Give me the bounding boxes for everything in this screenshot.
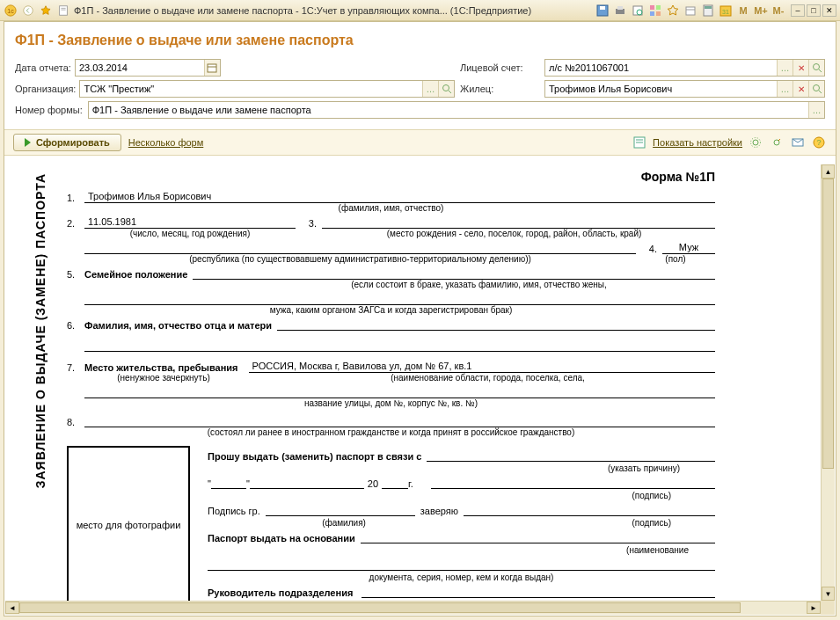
row3-birthplace [322,216,715,229]
window-title: Ф1П - Заявление о выдаче или замене пасп… [74,5,595,16]
row5-value2 [84,293,715,305]
show-settings-link[interactable]: Показать настройки [653,137,742,148]
svg-line-29 [819,91,822,93]
svg-point-2 [24,5,33,15]
filter-form: Дата отчета: Лицевой счет: … ✕ Организац… [4,55,836,129]
row7-value2 [84,386,715,398]
row5-value [193,267,715,280]
back-icon[interactable] [21,4,35,18]
svg-rect-16 [686,7,695,15]
org-input[interactable] [80,82,422,96]
svg-point-24 [813,64,819,70]
tenant-input[interactable] [545,82,777,96]
fam-hint: (фамилия) [269,518,419,528]
row4-sex: Муж [662,242,715,254]
date-month [250,477,364,489]
form-number: Форма №1П [23,170,803,184]
photo-placeholder: место для фотографии [67,446,190,601]
row2-hint: (число, месяц, год рождения) [67,229,313,238]
main-frame: Ф1П - Заявление о выдаче или замене пасп… [4,21,836,616]
page-title: Ф1П - Заявление о выдаче или замене пасп… [4,22,836,55]
issue-value2 [208,558,715,571]
history-icon[interactable] [683,4,698,18]
svg-rect-3 [60,5,68,15]
gear2-icon[interactable] [769,135,785,150]
request-label: Прошу выдать (заменить) паспорт в связи … [208,451,421,462]
help-icon[interactable]: ? [811,135,827,150]
scroll-right-icon[interactable]: ► [807,602,821,614]
account-input[interactable] [545,61,777,75]
print-icon[interactable] [613,4,627,18]
vscroll-thumb[interactable] [822,179,834,469]
search-icon[interactable] [808,60,824,76]
svg-rect-14 [650,11,654,16]
row5-hint2: мужа, каким органом ЗАГСа и когда зареги… [67,305,715,315]
gear1-icon[interactable] [748,135,763,150]
ellipsis-icon[interactable]: … [777,81,793,97]
row5-label: Семейное положение [84,269,187,280]
formnum-input[interactable] [89,103,808,117]
scroll-left-icon[interactable]: ◄ [5,602,19,614]
ellipsis-icon[interactable]: … [808,102,824,118]
app-logo-icon: 1c [4,4,18,18]
row3-hint: (место рождения - село, поселок, город, … [313,229,715,238]
row5-hint1: (если состоит в браке, указать фамилию, … [67,280,715,289]
generate-button[interactable]: Сформировать [13,134,121,151]
row8-value [84,415,715,427]
grid-icon[interactable] [648,4,662,18]
row7-hint-cross: (ненужное зачеркнуть) [67,373,260,383]
calc-icon[interactable] [701,4,715,18]
account-input-wrap: … ✕ [544,59,825,77]
settings-doc-icon[interactable] [632,135,647,150]
row7-hint2: название улицы, дом №, корпус №, кв. №) [67,398,715,408]
m-button[interactable]: M [736,4,750,18]
scroll-up-icon[interactable]: ▲ [822,164,835,179]
svg-rect-12 [650,5,654,10]
verify-label: заверяю [420,506,458,516]
favorite-icon[interactable] [39,4,53,18]
head-label: Руководитель подразделения [208,587,353,598]
svg-rect-19 [705,6,712,9]
document-scroll[interactable]: ЗАЯВЛЕНИЕ О ВЫДАЧЕ (ЗАМЕНЕ) ПАСПОРТА Фор… [5,164,821,601]
mail-icon[interactable] [790,135,806,150]
search-icon[interactable] [808,81,824,97]
svg-rect-15 [656,11,661,16]
svg-text:?: ? [816,138,821,147]
row7-label: Место жительства, пребывания [84,362,238,373]
m-minus-button[interactable]: M- [771,4,785,18]
scroll-down-icon[interactable]: ▼ [822,587,835,601]
search-icon[interactable] [438,81,454,97]
maximize-button[interactable]: □ [807,4,821,17]
vertical-scrollbar[interactable]: ▲ ▼ [821,164,835,601]
org-input-wrap: … [79,80,455,98]
ellipsis-icon[interactable]: … [777,60,793,76]
svg-line-25 [819,69,822,72]
close-button[interactable]: ✕ [822,4,836,17]
issue-hint2: документа, серия, номер, кем и когда выд… [208,573,715,582]
clear-icon[interactable]: ✕ [793,60,808,76]
date-input[interactable] [76,61,204,75]
request-value [427,449,715,462]
m-plus-button[interactable]: M+ [754,4,768,18]
minimize-button[interactable]: – [791,4,805,17]
ellipsis-icon[interactable]: … [422,81,438,97]
calendar-icon[interactable]: 31 [719,4,733,18]
row6-num: 6. [67,320,84,331]
svg-rect-13 [656,5,661,10]
calendar-picker-icon[interactable] [204,60,220,76]
star-outline-icon[interactable] [666,4,680,18]
horizontal-scrollbar[interactable]: ◄ ► [5,601,821,615]
clear-icon[interactable]: ✕ [793,81,808,97]
svg-point-28 [813,85,819,91]
svg-point-34 [751,138,761,148]
sign-hint1: (подпись) [208,491,715,500]
hscroll-thumb[interactable] [19,602,741,613]
multiple-forms-link[interactable]: Несколько форм [128,137,203,148]
row3-num: 3. [296,218,322,229]
save-icon[interactable] [595,4,610,18]
row7-addr: РОССИЯ, Москва г, Вавилова ул, дом № 67,… [249,361,715,373]
svg-point-33 [753,140,758,145]
row4-republic [84,242,636,254]
preview-icon[interactable] [631,4,645,18]
row2-num: 2. [67,218,84,229]
